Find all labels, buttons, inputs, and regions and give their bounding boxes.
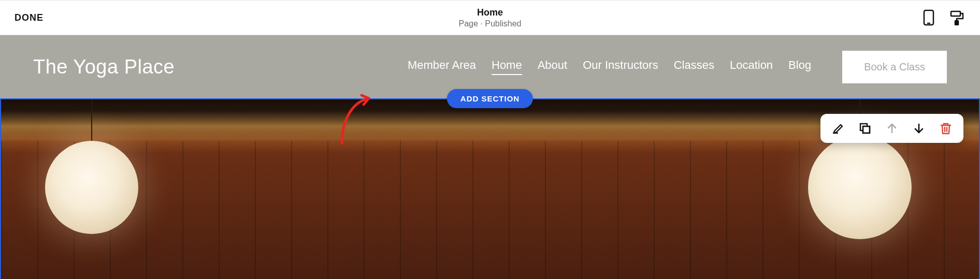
topbar-page-info: Home Page · Published: [459, 7, 522, 28]
done-button[interactable]: DONE: [15, 12, 44, 23]
nav-item-our-instructors[interactable]: Our Instructors: [583, 58, 658, 75]
nav-item-location[interactable]: Location: [730, 58, 773, 75]
page-title: Home: [459, 7, 522, 18]
section-background-image: [808, 136, 912, 239]
nav-item-classes[interactable]: Classes: [674, 58, 714, 75]
nav-item-about[interactable]: About: [538, 58, 568, 75]
edit-section-button[interactable]: [826, 116, 851, 141]
mobile-icon: [923, 9, 934, 26]
nav-item-blog[interactable]: Blog: [788, 58, 811, 75]
selected-section[interactable]: [0, 98, 980, 279]
nav-item-member-area[interactable]: Member Area: [408, 58, 476, 75]
editor-canvas: ADD SECTION: [0, 98, 980, 279]
site-title[interactable]: The Yoga Place: [33, 56, 175, 78]
duplicate-icon: [858, 122, 872, 135]
arrow-up-icon: [885, 122, 899, 135]
duplicate-section-button[interactable]: [853, 116, 877, 141]
site-nav: Member Area Home About Our Instructors C…: [408, 51, 947, 83]
trash-icon: [939, 122, 953, 135]
page-status: Page · Published: [459, 19, 522, 28]
svg-rect-5: [863, 126, 870, 133]
topbar-actions: [922, 8, 965, 27]
styles-button[interactable]: [948, 9, 965, 26]
nav-item-home[interactable]: Home: [492, 58, 522, 75]
section-background-image: [45, 141, 138, 234]
move-section-up-button: [880, 116, 904, 141]
mobile-preview-button[interactable]: [922, 8, 935, 27]
book-a-class-button[interactable]: Book a Class: [842, 51, 947, 83]
pencil-icon: [831, 122, 845, 135]
editor-topbar: DONE Home Page · Published: [0, 0, 980, 35]
add-section-button[interactable]: ADD SECTION: [447, 89, 533, 108]
arrow-down-icon: [912, 122, 926, 135]
section-toolbar: [820, 114, 963, 143]
move-section-down-button[interactable]: [906, 116, 931, 141]
delete-section-button[interactable]: [933, 116, 958, 141]
paint-roller-icon: [949, 10, 964, 25]
svg-rect-2: [951, 11, 960, 16]
svg-rect-3: [955, 21, 958, 25]
